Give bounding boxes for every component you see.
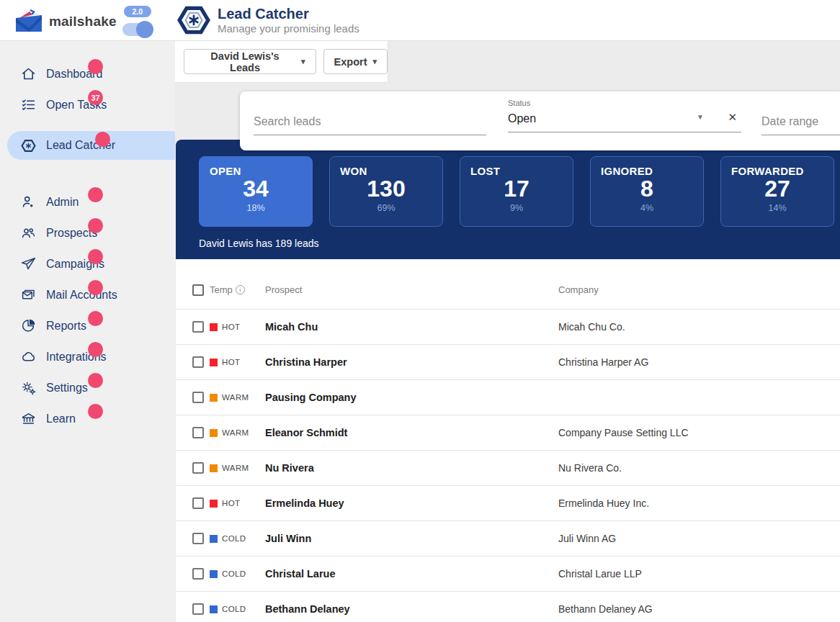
lead-catcher-icon [20, 138, 36, 153]
stat-card-open[interactable]: OPEN 34 18% [199, 156, 313, 227]
temp-label: COLD [222, 534, 246, 543]
lead-row[interactable]: WARM Nu Rivera Nu Rivera Co. [176, 451, 840, 486]
mailshake-logo[interactable]: mailshake 2.0 [14, 6, 153, 37]
page-subtitle: Manage your promising leads [218, 22, 359, 35]
search-field [254, 115, 486, 135]
temp-swatch [210, 535, 218, 543]
company-name: Bethann Delaney AG [558, 603, 840, 615]
status-filter-label: Status [508, 99, 741, 107]
lead-row[interactable]: WARM Pausing Company [176, 380, 840, 415]
open-tasks-count-badge [95, 132, 110, 147]
prospect-name: Eleanor Schmidt [265, 427, 558, 438]
date-range-input[interactable] [761, 115, 840, 135]
stat-card-ignored[interactable]: IGNORED 8 4% [590, 156, 704, 227]
prospect-name: Ermelinda Huey [265, 497, 558, 509]
temp-label: COLD [222, 569, 246, 578]
leads-table: Temp i Prospect Company HOT Micah Chu Mi… [176, 259, 840, 622]
mail-icon [20, 287, 36, 303]
temp-label: HOT [222, 323, 240, 331]
row-checkbox[interactable] [192, 533, 204, 544]
info-icon[interactable]: i [236, 285, 245, 294]
chevron-down-icon: ▾ [372, 57, 377, 66]
status-clear-icon[interactable]: ✕ [728, 111, 737, 124]
temp-swatch [210, 323, 218, 331]
stat-card-value: 34 [210, 176, 302, 202]
leads-toolbar: David Lewis's Leads ▾ Export ▾ [175, 41, 388, 83]
sidebar-item-dashboard[interactable]: Dashboard [0, 58, 175, 89]
top-bar: mailshake 2.0 Lead Catcher Manage your p… [0, 0, 840, 41]
sidebar-item-admin[interactable]: Admin [0, 186, 175, 217]
stat-card-percent: 18% [210, 203, 302, 213]
row-checkbox[interactable] [192, 462, 204, 474]
stat-card-percent: 4% [601, 203, 693, 213]
company-name: Christina Harper AG [558, 356, 840, 368]
lead-catcher-app: mailshake 2.0 Lead Catcher Manage your p… [0, 0, 840, 622]
sidebar-item-lead-catcher[interactable]: Lead Catcher [7, 131, 175, 160]
sidebar-item-reports[interactable]: Reports [0, 310, 175, 341]
export-button-label: Export [334, 56, 367, 68]
status-filter-value[interactable]: Open [508, 112, 741, 132]
open-tasks-count-badge [88, 311, 103, 326]
export-button[interactable]: Export ▾ [323, 49, 388, 74]
search-input[interactable] [254, 115, 486, 135]
prospect-name: Christina Harper [265, 356, 558, 368]
prospect-name: Nu Rivera [265, 462, 558, 474]
row-checkbox[interactable] [192, 392, 204, 403]
temp-label: WARM [222, 428, 249, 437]
version-badge: 2.0 [124, 6, 151, 17]
sidebar-item-prospects[interactable]: Prospects [0, 217, 175, 248]
temp-label: HOT [222, 499, 240, 508]
stat-card-lost[interactable]: LOST 17 9% [460, 156, 573, 227]
gears-icon [20, 380, 36, 396]
sidebar-item-mail-accounts[interactable]: Mail Accounts [0, 279, 175, 310]
version-toggle[interactable] [122, 23, 151, 36]
lead-row[interactable]: COLD Juli Winn Juli Winn AG [176, 521, 840, 556]
dropdown-arrow-icon[interactable]: ▼ [697, 113, 704, 121]
lead-row[interactable]: COLD Christal Larue Christal Larue LLP [176, 556, 840, 592]
open-tasks-count-badge [88, 342, 103, 357]
row-checkbox[interactable] [192, 568, 204, 580]
open-tasks-count-badge [88, 218, 103, 233]
temp-swatch [210, 570, 218, 578]
sidebar-item-integrations[interactable]: Integrations [0, 341, 175, 372]
lead-row[interactable]: HOT Christina Harper Christina Harper AG [176, 345, 840, 380]
lead-row[interactable]: COLD Bethann Delaney Bethann Delaney AG [176, 592, 840, 622]
leads-owner-dropdown[interactable]: David Lewis's Leads ▾ [184, 49, 316, 74]
brand-name: mailshake [49, 14, 117, 30]
lead-row[interactable]: WARM Eleanor Schmidt Company Pause Setti… [176, 415, 840, 451]
stat-card-forwarded[interactable]: FORWARDED 27 14% [720, 156, 834, 227]
temp-label: WARM [222, 393, 249, 402]
row-checkbox[interactable] [192, 427, 204, 438]
open-tasks-count-badge [88, 249, 103, 264]
sidebar: Dashboard Open Tasks 37 Lead Catcher Adm… [0, 41, 175, 622]
open-tasks-count-badge [88, 404, 103, 419]
stats-panel: OPEN 34 18% WON 130 69% LOST 17 9% IGNOR… [176, 140, 840, 259]
people-icon [20, 225, 36, 241]
temp-swatch [210, 500, 218, 508]
lead-row[interactable]: HOT Ermelinda Huey Ermelinda Huey Inc. [176, 486, 840, 521]
sidebar-item-open-tasks[interactable]: Open Tasks 37 [0, 89, 175, 120]
admin-icon [20, 194, 36, 210]
prospect-name: Bethann Delaney [265, 603, 558, 615]
sidebar-item-campaigns[interactable]: Campaigns [0, 248, 175, 279]
company-name: Micah Chu Co. [558, 321, 840, 333]
temp-label: COLD [222, 605, 246, 613]
temp-swatch [210, 605, 218, 613]
lead-row[interactable]: HOT Micah Chu Micah Chu Co. [176, 310, 840, 345]
row-checkbox[interactable] [192, 603, 204, 615]
status-filter[interactable]: Status Open ▼ ✕ [508, 99, 741, 135]
sidebar-item-settings[interactable]: Settings [0, 372, 175, 403]
temp-swatch [210, 429, 218, 437]
company-name: Nu Rivera Co. [558, 462, 840, 474]
stat-card-won[interactable]: WON 130 69% [329, 156, 443, 227]
temp-label: HOT [222, 358, 240, 366]
stat-card-value: 17 [470, 176, 563, 202]
select-all-checkbox[interactable] [192, 284, 204, 296]
company-name: Company Pause Setting LLC [558, 427, 840, 438]
open-tasks-count-badge [88, 280, 103, 295]
row-checkbox[interactable] [192, 356, 204, 368]
sidebar-item-learn[interactable]: Learn [0, 403, 175, 434]
open-tasks-count-badge: 37 [88, 90, 103, 105]
row-checkbox[interactable] [192, 497, 204, 509]
row-checkbox[interactable] [192, 321, 204, 333]
